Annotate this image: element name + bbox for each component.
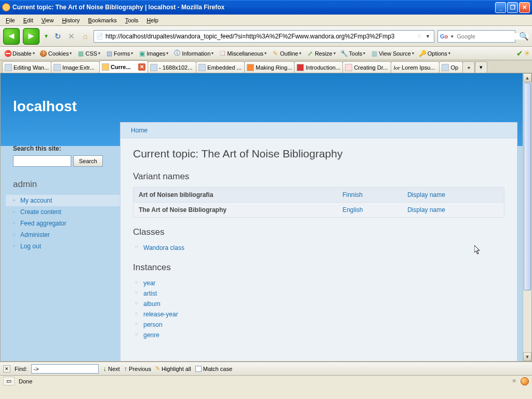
reload-button[interactable]: ↻ — [53, 31, 63, 42]
list-item: artist — [133, 288, 504, 299]
devtool-css[interactable]: ▦CSS▾ — [75, 49, 102, 58]
tab-strip: Editing Wan...Image:Extr...Curre...✕- 16… — [0, 60, 532, 73]
lang-link[interactable]: English — [342, 206, 363, 214]
back-button[interactable]: ◄ — [3, 28, 20, 45]
tab[interactable]: lorLorem Ipsu... — [391, 61, 440, 73]
admin-menu-item[interactable]: Administer — [13, 229, 113, 241]
page-body: localhost Search this site: Search admin… — [1, 73, 523, 361]
minimize-button[interactable]: _ — [495, 2, 506, 13]
devtool-cookies[interactable]: 🍪Cookies▾ — [38, 49, 74, 58]
lang-link[interactable]: Finnish — [342, 191, 363, 198]
tab[interactable]: Op — [439, 61, 463, 73]
menu-bookmarks[interactable]: Bookmarks — [85, 16, 121, 24]
devtool-settings-icon[interactable]: ✳ — [524, 49, 530, 57]
stop-button[interactable]: ✕ — [66, 31, 77, 42]
search-go-button[interactable]: 🔍 — [518, 31, 529, 42]
tab[interactable]: Creating Dr... — [342, 61, 391, 73]
tab[interactable]: Introduction... — [294, 61, 343, 73]
vertical-scrollbar[interactable]: ▲ ▼ — [523, 73, 531, 361]
validate-icon[interactable]: ✔ — [516, 49, 523, 58]
search-input[interactable] — [457, 33, 528, 39]
find-previous-button[interactable]: ↑Previous — [124, 365, 151, 373]
firefox-status-icon[interactable] — [521, 377, 529, 385]
menu-history[interactable]: History — [58, 16, 83, 24]
devtool-disable[interactable]: ⛔Disable▾ — [2, 49, 37, 58]
devtool-view-source[interactable]: ▥View Source▾ — [368, 49, 416, 58]
status-gear-icon[interactable]: ✳ — [512, 378, 516, 384]
devtool-outline[interactable]: ✎Outline▾ — [270, 49, 303, 58]
topic-link[interactable]: release-year — [143, 311, 178, 318]
site-search-input[interactable] — [13, 155, 71, 167]
scroll-up-button[interactable]: ▲ — [523, 73, 531, 82]
list-item: year — [133, 278, 504, 288]
variant-names-heading: Variant names — [133, 171, 504, 182]
scroll-down-button[interactable]: ▼ — [523, 352, 531, 361]
tab-favicon — [247, 64, 254, 71]
match-case-checkbox[interactable]: Match case — [195, 366, 232, 372]
find-bar: ✕ Find: ↓Next ↑Previous ✎Highlight all M… — [0, 362, 532, 375]
devtool-miscellaneous[interactable]: ❏Miscellaneous▾ — [217, 49, 269, 58]
findbar-close-button[interactable]: ✕ — [3, 365, 10, 373]
find-next-button[interactable]: ↓Next — [103, 365, 119, 373]
tab-list-button[interactable]: ▾ — [475, 61, 487, 73]
status-tab-icon[interactable]: ▭ — [3, 377, 15, 385]
url-bar[interactable]: 📄 ☆ ▼ — [94, 30, 434, 43]
tab-favicon — [5, 64, 12, 71]
menu-tools[interactable]: Tools — [122, 16, 142, 24]
display-link[interactable]: Display name — [407, 206, 445, 214]
tab[interactable]: Image:Extr... — [51, 61, 100, 73]
firefox-icon — [2, 3, 10, 11]
bookmark-star-icon[interactable]: ☆ — [417, 33, 422, 39]
home-button[interactable]: ⌂ — [80, 31, 90, 42]
tab-favicon — [198, 64, 206, 71]
close-button[interactable]: ✕ — [519, 2, 530, 13]
admin-menu-item[interactable]: Feed aggregator — [13, 218, 113, 229]
find-input[interactable] — [31, 364, 99, 374]
devtool-forms[interactable]: ▤Forms▾ — [103, 49, 135, 58]
tab[interactable]: Embedded ... — [196, 61, 245, 73]
scroll-thumb[interactable] — [524, 83, 531, 290]
tab[interactable]: Curre...✕ — [99, 60, 148, 73]
topic-link[interactable]: album — [143, 300, 161, 308]
menu-file[interactable]: File — [2, 16, 19, 24]
menu-help[interactable]: Help — [143, 16, 162, 24]
devtool-resize[interactable]: ⤢Resize▾ — [304, 49, 338, 58]
admin-block-title: admin — [13, 179, 113, 190]
admin-menu-item[interactable]: Create content — [13, 206, 113, 218]
devtool-options[interactable]: 🔑Options▾ — [417, 49, 453, 58]
highlight-all-button[interactable]: ✎Highlight all — [155, 365, 191, 372]
tab[interactable]: Making Ring... — [244, 61, 295, 73]
tab-close-button[interactable]: ✕ — [138, 63, 145, 71]
topic-link[interactable]: person — [143, 321, 163, 328]
tab-favicon — [54, 64, 61, 71]
variant-table: Art of Noisen bibliografiaFinnishDisplay… — [133, 187, 504, 218]
tab[interactable]: Editing Wan... — [2, 61, 51, 73]
status-text: Done — [19, 378, 32, 384]
topic-link[interactable]: year — [143, 280, 155, 287]
table-row: Art of Noisen bibliografiaFinnishDisplay… — [134, 188, 504, 203]
forward-button[interactable]: ► — [23, 28, 39, 45]
admin-menu-item[interactable]: Log out — [13, 241, 113, 252]
devtool-tools[interactable]: 🔧Tools▾ — [339, 49, 368, 58]
devtool-images[interactable]: ▣Images▾ — [136, 49, 170, 58]
display-link[interactable]: Display name — [407, 191, 445, 198]
page-title: Current topic: The Art of Noise Bibliogr… — [133, 148, 504, 160]
window-title: Current topic: The Art of Noise Bibliogr… — [12, 4, 495, 11]
menu-view[interactable]: View — [38, 16, 58, 24]
search-engine-dropdown[interactable]: ▾ — [449, 34, 455, 39]
breadcrumb-home[interactable]: Home — [131, 127, 148, 134]
url-dropdown[interactable]: ▼ — [424, 34, 432, 39]
menu-edit[interactable]: Edit — [20, 16, 37, 24]
url-input[interactable] — [105, 33, 415, 40]
admin-menu-item[interactable]: My account — [6, 195, 120, 206]
tab[interactable]: - 1688x102... — [148, 61, 196, 73]
history-dropdown[interactable]: ▼ — [43, 33, 50, 39]
topic-link[interactable]: artist — [143, 290, 157, 297]
topic-link[interactable]: Wandora class — [143, 244, 184, 251]
site-search-button[interactable]: Search — [73, 155, 103, 167]
maximize-button[interactable]: ❐ — [507, 2, 518, 13]
devtool-information[interactable]: ⓘInformation▾ — [171, 49, 216, 58]
new-tab-button[interactable]: + — [462, 61, 475, 73]
search-bar[interactable]: Go ▾ — [437, 30, 515, 43]
topic-link[interactable]: genre — [143, 331, 159, 339]
